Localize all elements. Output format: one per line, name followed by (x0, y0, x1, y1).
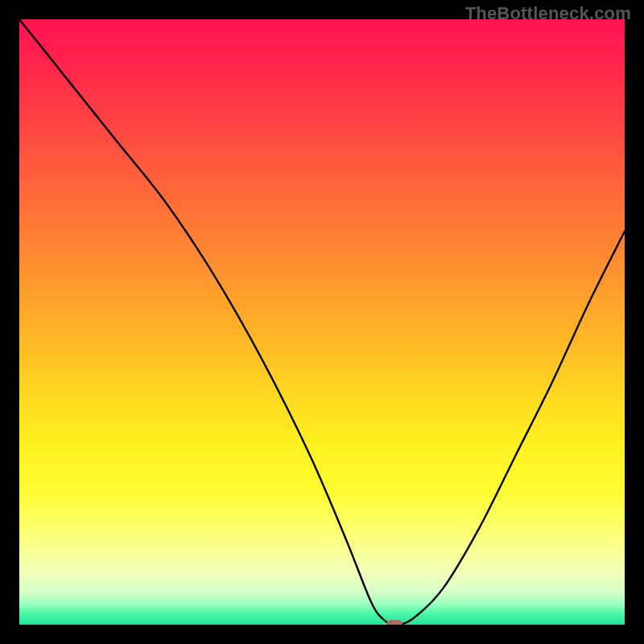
bottleneck-curve (19, 19, 625, 625)
optimum-marker (386, 620, 402, 625)
curve-path (19, 19, 625, 625)
outer-frame: TheBottleneck.com (0, 0, 644, 644)
plot-area (19, 19, 625, 625)
